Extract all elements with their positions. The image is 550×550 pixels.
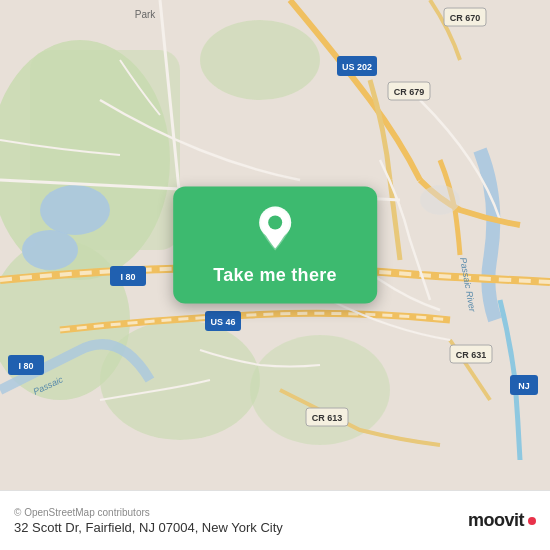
svg-point-7: [40, 185, 110, 235]
moovit-wordmark: moovit: [468, 510, 524, 531]
svg-text:US 46: US 46: [210, 317, 235, 327]
cta-label: Take me there: [213, 265, 337, 286]
svg-text:Park: Park: [135, 9, 157, 20]
map-container: I 80 US 46 US 202 CR 670 CR 679 CR 613 C…: [0, 0, 550, 490]
svg-point-5: [100, 320, 260, 440]
svg-text:I 80: I 80: [18, 361, 33, 371]
svg-point-6: [250, 335, 390, 445]
svg-text:CR 631: CR 631: [456, 350, 487, 360]
svg-text:NJ: NJ: [518, 381, 530, 391]
svg-text:CR 670: CR 670: [450, 13, 481, 23]
moovit-logo: moovit: [468, 510, 536, 531]
svg-text:I 80: I 80: [120, 272, 135, 282]
cta-overlay: Take me there: [173, 187, 377, 304]
moovit-dot: [528, 517, 536, 525]
svg-point-4: [200, 20, 320, 100]
footer-copyright: © OpenStreetMap contributors: [14, 507, 283, 518]
footer-address: 32 Scott Dr, Fairfield, NJ 07004, New Yo…: [14, 520, 283, 535]
svg-text:CR 679: CR 679: [394, 87, 425, 97]
footer-left: © OpenStreetMap contributors 32 Scott Dr…: [14, 507, 283, 535]
svg-text:US 202: US 202: [342, 62, 372, 72]
svg-text:CR 613: CR 613: [312, 413, 343, 423]
svg-point-32: [268, 216, 282, 230]
location-pin-icon: [253, 205, 297, 255]
svg-point-9: [420, 185, 460, 215]
footer: © OpenStreetMap contributors 32 Scott Dr…: [0, 490, 550, 550]
svg-point-8: [22, 230, 78, 270]
take-me-there-button[interactable]: Take me there: [173, 187, 377, 304]
